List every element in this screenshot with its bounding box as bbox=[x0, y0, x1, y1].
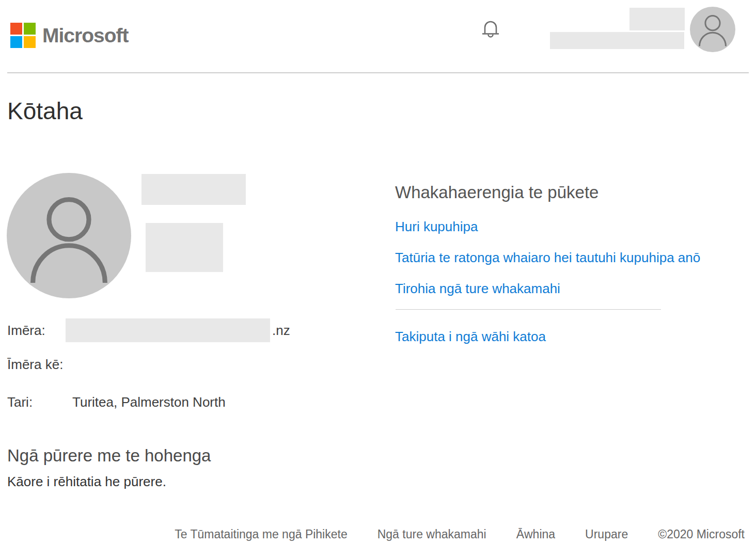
page-title: Kōtaha bbox=[7, 96, 83, 126]
logo-square-blue bbox=[10, 36, 22, 48]
logo-square-yellow bbox=[24, 36, 36, 48]
logo-square-green bbox=[24, 23, 36, 35]
alternate-email-row: Īmēra kē: bbox=[7, 353, 72, 376]
change-password-link[interactable]: Huri kupuhipa bbox=[395, 218, 478, 235]
setup-self-service-reset-link[interactable]: Tatūria te ratonga whaiaro hei tautuhi k… bbox=[395, 249, 700, 266]
devices-empty-text: Kāore i rēhitatia he pūrere. bbox=[7, 473, 166, 490]
redacted-account-block bbox=[550, 32, 684, 49]
footer-copyright: ©2020 Microsoft bbox=[658, 527, 745, 541]
footer-terms-of-use-link[interactable]: Ngā ture whakamahi bbox=[377, 527, 486, 541]
review-terms-of-use-link[interactable]: Tirohia ngā ture whakamahi bbox=[395, 280, 560, 297]
office-row: Tari: Turitea, Palmerston North bbox=[7, 390, 226, 414]
microsoft-logo[interactable]: Microsoft bbox=[10, 23, 129, 48]
header-avatar[interactable] bbox=[690, 7, 735, 52]
microsoft-logo-icon bbox=[10, 23, 36, 48]
header-divider bbox=[7, 72, 749, 73]
redacted-username-block bbox=[629, 8, 685, 30]
person-icon bbox=[705, 16, 720, 30]
redacted-display-name-block bbox=[141, 174, 246, 205]
email-row: Imēra: .nz bbox=[7, 318, 290, 342]
devices-section-heading: Ngā pūrere me te hohenga bbox=[7, 444, 211, 468]
profile-page: Microsoft Kōtaha Imēra: .nz Ī bbox=[0, 0, 756, 544]
notifications-bell-icon[interactable] bbox=[481, 19, 500, 41]
microsoft-wordmark: Microsoft bbox=[42, 23, 129, 48]
email-suffix: .nz bbox=[272, 323, 290, 339]
top-header: Microsoft bbox=[0, 0, 756, 72]
footer-feedback-link[interactable]: Urupare bbox=[585, 527, 628, 541]
manage-account-heading: Whakahaerengia te pūkete bbox=[395, 181, 598, 204]
person-icon bbox=[49, 200, 89, 239]
footer-privacy-cookies-link[interactable]: Te Tūmataitinga me ngā Pihikete bbox=[175, 527, 348, 541]
logo-square-red bbox=[10, 23, 22, 35]
office-value: Turitea, Palmerston North bbox=[72, 394, 226, 410]
footer: Te Tūmataitinga me ngā Pihikete Ngā ture… bbox=[175, 527, 745, 541]
sign-out-everywhere-link[interactable]: Takiputa i ngā wāhi katoa bbox=[395, 328, 546, 345]
manage-section-divider bbox=[396, 309, 661, 310]
redacted-name-detail-block bbox=[146, 223, 223, 272]
alternate-email-label: Īmēra kē: bbox=[7, 357, 72, 373]
profile-avatar bbox=[7, 173, 131, 298]
email-label: Imēra: bbox=[7, 323, 72, 339]
redacted-email-block bbox=[66, 318, 270, 342]
office-label: Tari: bbox=[7, 394, 72, 410]
footer-help-link[interactable]: Āwhina bbox=[516, 527, 555, 541]
